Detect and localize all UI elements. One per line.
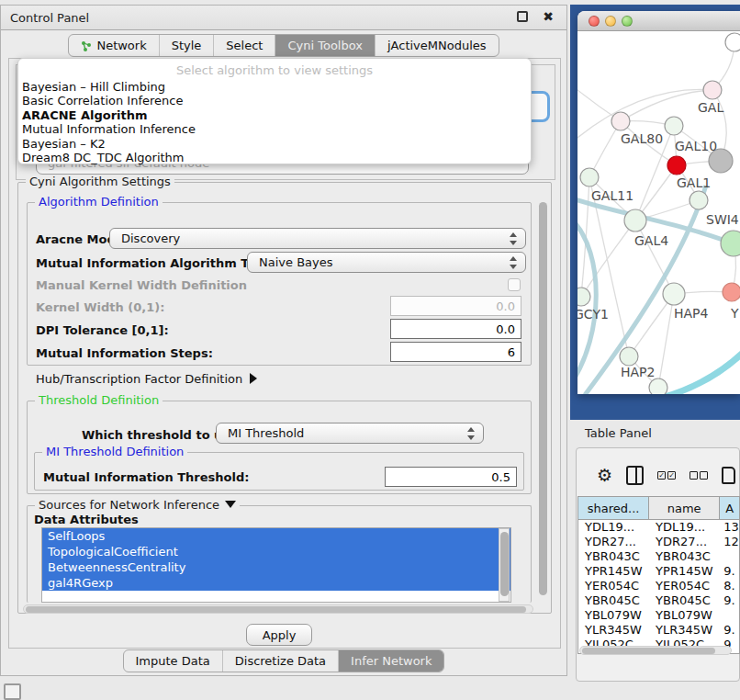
node-gal4[interactable] [624,209,646,231]
table-row[interactable]: YDR27...YDR27...12 [578,535,739,549]
bottom-tabstrip: Impute Data Discretize Data Infer Networ… [1,649,566,672]
node-unlabeled[interactable] [725,33,740,51]
tab-style[interactable]: Style [160,35,215,56]
network-labels: GAL GAL80 GAL10 GAL1 GAL11 SWI4 GAL4 GCY… [577,100,739,379]
kernel-width-field[interactable]: 0.0 [390,296,521,316]
mi-threshold-field[interactable]: 0.5 [385,467,517,487]
algorithm-option-bayesian-k2[interactable]: Bayesian – K2 [18,137,531,151]
tab-impute-data[interactable]: Impute Data [124,650,223,672]
attribute-selfloops[interactable]: SelfLoops [42,528,510,544]
cell: YLR345W [578,623,649,638]
attribute-betweennesscentrality[interactable]: BetweennessCentrality [42,559,510,575]
select-all-columns-icon[interactable]: ✓✓ [657,471,676,480]
mi-type-combo[interactable]: Naive Bayes [247,252,526,273]
node-salmon[interactable] [723,283,740,301]
label-gal4: GAL4 [634,233,668,248]
table-row[interactable]: YBL079WYBL079W [578,608,739,623]
cell: YBR045C [649,593,720,608]
table-row[interactable]: YDL19...YDL19...13 [578,520,739,535]
node-swi4[interactable] [690,191,708,209]
tab-jactivemnodules[interactable]: jActiveMNodules [376,35,499,56]
algorithm-option-basic-correlation[interactable]: Basic Correlation Inference [18,94,531,107]
close-panel-icon[interactable]: ✖ [543,11,554,22]
which-threshold-combo[interactable]: MI Threshold [216,423,484,444]
mi-type-value: Naive Bayes [259,255,332,269]
hub-definition-toggle[interactable]: Hub/Transcription Factor Definition [36,372,257,386]
cell: YDR27... [578,535,649,549]
label-swi4: SWI4 [706,212,739,227]
mi-steps-label: Mutual Information Steps: [36,346,213,360]
tab-infer-network[interactable]: Infer Network [339,650,443,672]
table-row[interactable]: YPR145WYPR145W9. [578,564,739,579]
column-layout-icon[interactable] [626,466,644,485]
label-hap2: HAP2 [621,365,655,379]
attribute-gal4rgexp[interactable]: gal4RGexp [42,575,510,591]
node-hap4[interactable] [663,283,685,305]
algorithm-option-aracne[interactable]: ARACNE Algorithm [18,108,531,122]
column-header-shared-name[interactable]: shared... [578,497,649,519]
table-panel-title: Table Panel [585,426,652,440]
label-y: Y [730,306,739,321]
mi-threshold-label: Mutual Information Threshold: [43,470,249,484]
cell: YDL19... [649,520,720,535]
node-gcy1[interactable] [577,288,590,306]
node-gal10[interactable] [665,117,683,135]
aracne-mode-value: Discovery [121,231,180,245]
algorithm-option-mutual-information[interactable]: Mutual Information Inference [18,122,531,136]
table-row[interactable]: YLR345WYLR345W9. [578,623,739,638]
node-gal80[interactable] [611,112,630,130]
maximize-window-icon[interactable] [622,16,633,27]
network-icon [81,40,92,51]
tab-discretize-data[interactable]: Discretize Data [223,650,339,672]
table-row[interactable]: YBR045CYBR045C9. [578,593,739,608]
node-gal1-selected[interactable] [667,156,686,175]
mi-steps-field[interactable]: 6 [390,342,521,362]
attribute-topologicalcoefficient[interactable]: TopologicalCoefficient [42,544,510,559]
node-unlabeled-bottom[interactable] [649,378,667,394]
node-hap2[interactable] [620,347,638,366]
label-hap4: HAP4 [674,306,709,321]
network-window-titlebar[interactable] [577,11,740,31]
cell: YBL079W [649,608,720,623]
collapsed-arrow-icon [250,373,257,384]
network-view-window: GAL GAL80 GAL10 GAL1 GAL11 SWI4 GAL4 GCY… [577,11,740,394]
tab-network[interactable]: Network [69,35,159,56]
minimized-panel-icon[interactable] [4,683,21,700]
dpi-tolerance-field[interactable]: 0.0 [390,319,521,339]
aracne-mode-combo[interactable]: Discovery [109,228,526,249]
algorithm-option-dream8[interactable]: Dream8 DC_TDC Algorithm [18,151,531,164]
settings-vertical-scrollbar[interactable] [538,186,549,610]
table-row[interactable]: YBR043CYBR043C [578,549,739,564]
tab-cyni-toolbox[interactable]: Cyni Toolbox [275,35,376,56]
node-gal11[interactable] [580,168,599,186]
network-graph-canvas[interactable]: GAL GAL80 GAL10 GAL1 GAL11 SWI4 GAL4 GCY… [577,31,740,394]
mi-type-label: Mutual Information Algorithm Type: [36,256,277,270]
float-panel-icon[interactable] [517,11,528,22]
algorithm-option-bayesian-hill[interactable]: Bayesian – Hill Climbing [18,80,531,94]
cell: YER054C [578,579,649,593]
table-settings-gear-icon[interactable]: ⚙ [597,466,612,484]
export-table-icon[interactable] [722,467,735,484]
label-gal10: GAL10 [675,139,717,153]
cell: YBR045C [578,593,649,608]
algorithm-dropdown-popup: Select algorithm to view settings Bayesi… [17,58,532,164]
node-gal[interactable] [703,81,722,99]
apply-button[interactable]: Apply [246,624,312,646]
tab-select[interactable]: Select [214,35,275,56]
column-header-name[interactable]: name [649,497,720,519]
control-panel-titlebar[interactable]: Control Panel ✖ [1,6,566,30]
close-window-icon[interactable] [589,16,600,27]
manual-kernel-checkbox[interactable] [508,278,521,291]
label-gal: GAL [698,100,723,115]
node-bright-green[interactable] [721,231,740,256]
attributes-list-scrollbar[interactable] [499,528,510,602]
column-header-partial[interactable]: A [720,497,739,519]
sources-toggle[interactable]: Sources for Network Inference [35,498,240,512]
which-threshold-value: MI Threshold [228,426,304,440]
minimize-window-icon[interactable] [605,16,616,27]
dpi-tolerance-label: DPI Tolerance [0,1]: [36,323,169,337]
table-horizontal-scrollbar[interactable] [579,646,732,655]
deselect-all-columns-icon[interactable] [690,471,708,480]
settings-horizontal-scrollbar[interactable] [23,604,533,614]
table-row[interactable]: YER054CYER054C8. [578,579,739,593]
